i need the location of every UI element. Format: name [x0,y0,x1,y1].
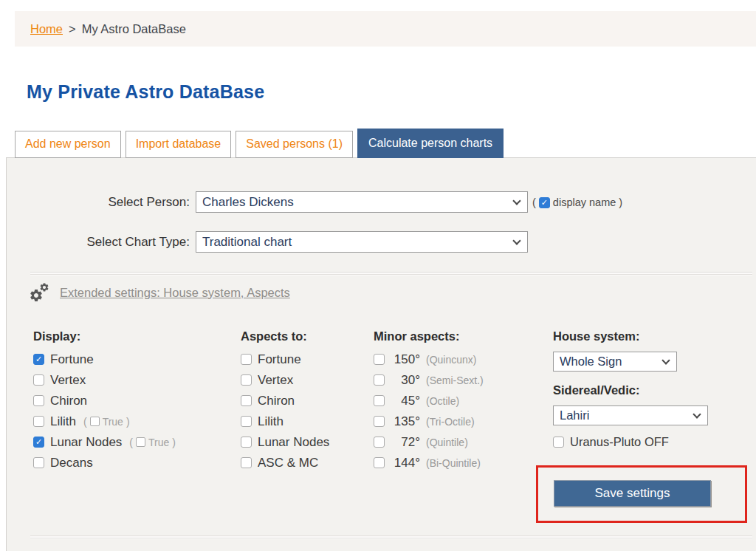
checkbox-label: Vertex [50,373,86,388]
true-checkbox[interactable] [90,417,100,426]
aspect-name: (Quincunx) [426,354,476,366]
select-chart-type-label: Select Chart Type: [7,231,190,253]
tab-import-database[interactable]: Import database [126,131,232,158]
aspect-option-chiron[interactable]: Chiron [241,393,368,408]
checkbox[interactable] [33,354,44,365]
lunar-nodes-true-option: ( True ) [129,437,176,448]
tab-add-new-person[interactable]: Add new person [15,131,121,158]
checkbox[interactable] [374,416,385,427]
uranus-pluto-off-option[interactable]: Uranus-Pluto OFF [553,434,755,450]
checkbox[interactable] [241,374,252,386]
house-system-header: House system: [553,329,755,343]
checkbox[interactable] [33,374,44,386]
aspect-option-fortune[interactable]: Fortune [241,352,368,367]
display-option-lilith[interactable]: Lilith ( True ) [33,414,233,429]
checkbox[interactable] [241,416,252,427]
degree-label: 30° [391,373,420,388]
checkbox-label: Chiron [50,394,87,408]
select-chart-type-value: Traditional chart [202,235,509,250]
checkbox[interactable] [241,457,252,468]
checkbox[interactable] [374,374,385,386]
chevron-down-icon [662,356,670,364]
minor-aspect-150[interactable]: 150° (Quincunx) [374,352,547,367]
true-checkbox[interactable] [136,437,145,447]
paren-open: ( [83,416,87,428]
checkbox[interactable] [374,395,385,406]
paren-open: ( [129,437,133,448]
house-system-dropdown[interactable]: Whole Sign [553,352,677,372]
display-column: Display: Fortune Vertex Chiron Lilith ( … [33,329,233,476]
display-option-vertex[interactable]: Vertex [33,372,233,388]
breadcrumb-separator: > [69,22,76,36]
checkbox-label: Fortune [50,352,94,367]
aspect-name: (Octile) [426,395,459,407]
page-title: My Private Astro DataBase [27,81,264,103]
checkbox-label: Fortune [258,352,301,367]
minor-aspect-144[interactable]: 144° (Bi-Quintile) [374,455,547,470]
select-person-label: Select Person: [7,191,190,213]
gears-icon [29,281,52,304]
checkbox[interactable] [241,395,252,406]
aspect-option-asc-mc[interactable]: ASC & MC [241,455,368,470]
page: { "breadcrumb": { "home": "Home", "separ… [0,0,756,551]
checkbox-label: Lilith [258,414,284,429]
breadcrumb: Home > My Astro DataBase [15,11,756,47]
aspect-name: (Semi-Sext.) [426,374,484,386]
degree-label: 144° [391,456,420,470]
checkbox-label: ASC & MC [258,456,318,470]
aspect-name: (Quintile) [426,437,468,448]
extended-settings-row: Extended settings: House system, Aspects [29,281,290,304]
save-settings-button[interactable]: Save settings [554,480,711,507]
house-system-column: House system: Whole Sign Sidereal/Vedic:… [553,329,755,455]
highlight-rectangle: Save settings [536,465,747,523]
checkbox[interactable] [33,457,44,468]
checkbox[interactable] [33,395,44,406]
checkbox[interactable] [374,457,385,468]
sidereal-vedic-dropdown[interactable]: Lahiri [553,405,708,425]
minor-aspect-45[interactable]: 45° (Octile) [374,393,547,408]
paren-close: ) [172,437,176,448]
select-person-dropdown[interactable]: Charles Dickens [196,191,528,213]
minor-aspect-30[interactable]: 30° (Semi-Sext.) [374,372,547,388]
display-name-label: display name [553,196,616,208]
minor-aspect-135[interactable]: 135° (Tri-Octile) [374,414,547,429]
divider [30,535,752,539]
breadcrumb-current: My Astro DataBase [82,22,186,36]
checkbox-label: Decans [50,456,93,470]
select-chart-type-dropdown[interactable]: Traditional chart [196,231,528,253]
display-name-option: ( display name ) [532,195,622,210]
sidereal-vedic-value: Lahiri [560,408,690,422]
checkbox[interactable] [33,416,44,427]
checkbox[interactable] [374,437,385,448]
aspect-option-lilith[interactable]: Lilith [241,414,368,429]
true-label: True [148,437,169,448]
checkbox[interactable] [241,437,252,448]
checkbox[interactable] [241,354,252,365]
display-name-checkbox[interactable] [539,197,550,208]
house-system-value: Whole Sign [560,355,659,369]
checkbox[interactable] [374,354,385,365]
true-label: True [103,416,123,428]
extended-settings-link[interactable]: Extended settings: House system, Aspects [60,286,290,300]
checkbox-label: Chiron [258,394,295,408]
aspect-option-vertex[interactable]: Vertex [241,372,368,388]
checkbox[interactable] [553,437,564,448]
display-option-chiron[interactable]: Chiron [33,393,233,408]
tab-calculate-person-charts[interactable]: Calculate person charts [357,129,504,158]
display-option-lunar-nodes[interactable]: Lunar Nodes ( True ) [33,434,233,450]
display-option-decans[interactable]: Decans [33,455,233,470]
select-person-value: Charles Dickens [202,195,509,210]
aspect-option-lunar-nodes[interactable]: Lunar Nodes [241,434,368,450]
chevron-down-icon [512,196,520,205]
breadcrumb-home-link[interactable]: Home [30,22,63,36]
tab-saved-persons[interactable]: Saved persons (1) [236,131,353,158]
aspect-name: (Bi-Quintile) [426,457,481,469]
checkbox[interactable] [33,437,44,448]
aspects-to-column: Aspects to: Fortune Vertex Chiron Lilith… [241,329,368,476]
paren-close: ) [126,416,130,428]
display-option-fortune[interactable]: Fortune [33,352,233,367]
sidereal-vedic-header: Sidereal/Vedic: [553,383,755,397]
minor-aspect-72[interactable]: 72° (Quintile) [374,434,547,450]
minor-aspects-header: Minor aspects: [374,329,547,343]
degree-label: 135° [391,414,420,429]
